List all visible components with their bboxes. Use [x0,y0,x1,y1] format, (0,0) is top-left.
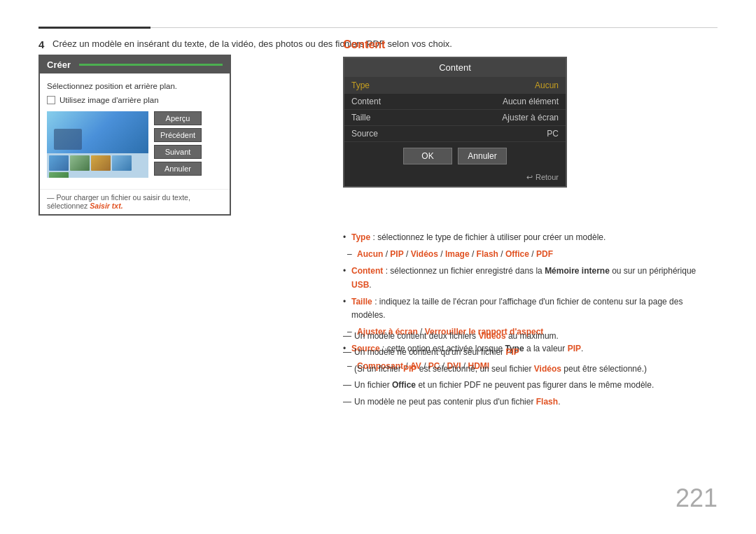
return-label: Retour [536,173,559,182]
creer-main-area: Aperçu Précédent Suivant Annuler [47,111,223,178]
suivant-button[interactable]: Suivant [154,145,202,159]
desc-type-label: Type [351,232,370,242]
content-heading: Content [343,38,588,51]
desc-type-values: Aucun / PIP / Vidéos / Image / Flash / O… [343,248,718,261]
annuler-button[interactable]: Annuler [154,162,202,176]
type-col-header: Type [351,80,370,90]
thumb-item-2[interactable] [70,155,90,171]
creer-title-bar: Créer [40,56,230,73]
checkbox-label: Utilisez image d'arrière plan [59,96,159,104]
background-image-checkbox[interactable] [47,96,55,104]
apercu-button[interactable]: Aperçu [154,111,202,125]
progress-line [150,27,718,28]
ok-button[interactable]: OK [403,148,452,164]
note-3: ― (Si un fichier PIP est sélectionné, un… [343,362,718,376]
note-2: ― Un modèle ne contient qu'un seul fichi… [343,345,718,359]
content-row-0: Content Aucun élément [344,94,566,110]
content-row-2-label: Source [351,129,378,139]
content-row-2-value: PC [547,129,559,139]
content-dialog-body: Type Aucun Content Aucun élément Taille … [344,77,566,186]
content-row-1: Taille Ajuster à écran [344,110,566,126]
note-dash-5: ― [343,395,350,409]
aucun-col-header: Aucun [535,80,559,90]
checkbox-row: Utilisez image d'arrière plan [47,96,223,104]
creer-buttons: Aperçu Précédent Suivant Annuler [154,111,202,178]
desc-taille: Taille : indiquez la taille de l'écran p… [343,295,718,322]
note-dash-4: ― [343,378,350,392]
content-dialog: Content Type Aucun Content Aucun élément… [343,57,567,188]
creer-subtitle: Sélectionnez position et arrière plan. [47,82,223,90]
precedent-button[interactable]: Précédent [154,128,202,142]
progress-filled [38,27,150,29]
note-5: ― Un modèle ne peut pas contenir plus d'… [343,395,718,409]
page-number: 221 [676,484,718,513]
note-4: ― Un fichier Office et un fichier PDF ne… [343,378,718,392]
content-row-1-value: Ajuster à écran [502,113,559,122]
progress-bar [38,27,718,29]
dialog-footer: ↩ Retour [344,170,566,186]
desc-type: Type : sélectionnez le type de fichier à… [343,231,718,244]
main-thumbnail [47,111,148,153]
content-row-0-label: Content [351,97,381,106]
content-row-1-label: Taille [351,113,370,122]
content-row-2: Source PC [344,126,566,142]
footer-link[interactable]: Saisir txt. [90,202,122,210]
content-header-row: Type Aucun [344,77,566,94]
creer-dialog: Créer Sélectionnez position et arrière p… [38,55,231,216]
thumbnail-area [47,111,148,178]
creer-footer: ― Pour charger un fichier ou saisir du t… [40,189,230,214]
thumb-item-4[interactable] [112,155,132,171]
step-number: 4 [38,38,44,50]
content-section: Content Content Type Aucun Content Aucun… [343,38,588,188]
creer-body: Sélectionnez position et arrière plan. U… [40,73,230,185]
thumbnail-grid [47,153,148,178]
note-1: ― Un modèle contient deux fichiers Vidéo… [343,329,718,343]
return-arrow-icon: ↩ [526,173,533,182]
creer-title: Créer [47,59,71,70]
bottom-notes: ― Un modèle contient deux fichiers Vidéo… [343,329,718,411]
creer-green-bar [79,64,223,66]
annuler-dialog-button[interactable]: Annuler [458,148,507,164]
note-dash-2: ― [343,345,350,359]
thumb-item-5[interactable] [49,172,69,178]
thumb-item-3[interactable] [91,155,111,171]
desc-content: Content : sélectionnez un fichier enregi… [343,265,718,291]
thumb-item-1[interactable] [49,155,69,171]
content-row-0-value: Aucun élément [503,97,559,106]
content-dialog-title: Content [344,58,566,77]
dialog-buttons: OK Annuler [344,142,566,170]
note-dash-1: ― [343,329,350,343]
